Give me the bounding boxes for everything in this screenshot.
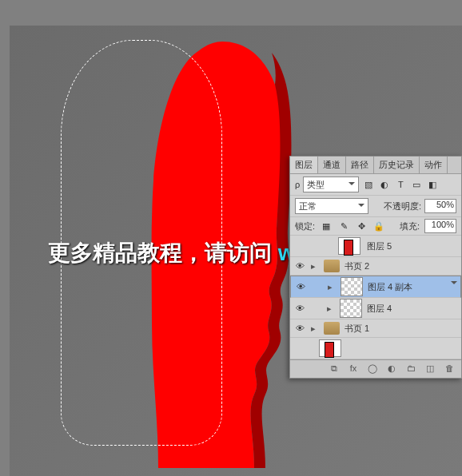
filter-kind-icon: ρ xyxy=(295,180,300,189)
blend-mode-select[interactable]: 正常 xyxy=(295,198,368,214)
expand-arrow-icon[interactable]: ▸ xyxy=(311,323,319,334)
expand-arrow-icon[interactable]: ▸ xyxy=(328,282,336,292)
layers-panel: 图层 通道 路径 历史记录 动作 ρ 类型 ▧ ◐ T ▭ ◧ 正常 不透明度:… xyxy=(289,156,462,379)
expand-arrow-icon[interactable]: ▸ xyxy=(327,303,335,314)
lock-brush-icon[interactable]: ✎ xyxy=(337,220,350,232)
watermark-cn: 更多精品教程，请访问 xyxy=(48,240,278,265)
layers-list: 图层 5 👁 ▸ 书页 2 👁 ▸ 图层 4 副本 👁 ▸ 图层 4 xyxy=(290,236,461,359)
layer-thumbnail xyxy=(341,277,363,296)
layer-row[interactable]: 👁 ▸ 图层 4 xyxy=(290,298,461,319)
filter-shape-icon[interactable]: ▭ xyxy=(410,178,423,191)
layer-fx-icon[interactable]: fx xyxy=(348,363,359,375)
blend-row: 正常 不透明度: 50% xyxy=(290,196,461,217)
filter-smart-icon[interactable]: ◧ xyxy=(426,178,439,191)
visibility-icon[interactable]: 👁 xyxy=(293,303,306,313)
layer-thumbnail xyxy=(319,339,341,357)
layer-thumbnail xyxy=(340,299,362,318)
group-name[interactable]: 书页 1 xyxy=(345,323,458,335)
folder-icon xyxy=(324,260,340,272)
folder-icon xyxy=(324,322,340,335)
delete-layer-icon[interactable]: 🗑 xyxy=(444,363,455,375)
new-layer-icon[interactable]: ◫ xyxy=(424,363,436,375)
visibility-icon[interactable]: 👁 xyxy=(293,323,306,333)
tab-layers[interactable]: 图层 xyxy=(290,157,318,173)
filter-adjust-icon[interactable]: ◐ xyxy=(378,178,391,191)
lock-all-icon[interactable]: 🔒 xyxy=(372,220,385,232)
adjustment-layer-icon[interactable]: ◐ xyxy=(386,363,397,375)
lock-row: 锁定: ▦ ✎ ✥ 🔒 填充: 100% xyxy=(290,217,461,236)
tab-actions[interactable]: 动作 xyxy=(420,157,448,173)
add-mask-icon[interactable]: ◯ xyxy=(367,363,378,375)
tab-history[interactable]: 历史记录 xyxy=(374,157,420,173)
layer-row-partial[interactable] xyxy=(290,338,461,359)
filter-pixel-icon[interactable]: ▧ xyxy=(362,178,375,191)
document-canvas[interactable]: 更多精品教程，请访问 www.240PS.com 图层 通道 路径 历史记录 动… xyxy=(0,0,462,476)
layer-thumbnail xyxy=(338,237,360,255)
filter-type-icon[interactable]: T xyxy=(394,178,407,191)
new-group-icon[interactable]: 🗀 xyxy=(405,363,416,375)
fill-label: 填充: xyxy=(400,220,420,232)
group-row[interactable]: 👁 ▸ 书页 2 xyxy=(290,257,461,276)
layer-row-partial[interactable]: 图层 5 xyxy=(290,236,461,257)
opacity-input[interactable]: 50% xyxy=(424,199,456,213)
layer-name[interactable]: 图层 5 xyxy=(367,240,461,252)
lock-transparent-icon[interactable]: ▦ xyxy=(320,220,333,232)
group-name[interactable]: 书页 2 xyxy=(345,260,458,272)
filter-type-select[interactable]: 类型 xyxy=(303,177,359,192)
tab-paths[interactable]: 路径 xyxy=(346,157,374,173)
layer-name[interactable]: 图层 4 xyxy=(367,303,458,315)
lock-label: 锁定: xyxy=(295,220,315,232)
visibility-icon[interactable]: 👁 xyxy=(294,282,307,292)
group-row[interactable]: 👁 ▸ 书页 1 xyxy=(290,319,461,338)
filter-row: ρ 类型 ▧ ◐ T ▭ ◧ xyxy=(290,174,461,196)
layer-name[interactable]: 图层 4 副本 xyxy=(368,281,457,293)
layer-row-selected[interactable]: 👁 ▸ 图层 4 副本 xyxy=(290,276,461,298)
panel-bottom-toolbar: ⧉ fx ◯ ◐ 🗀 ◫ 🗑 xyxy=(290,359,461,378)
lock-position-icon[interactable]: ✥ xyxy=(355,220,368,232)
fill-input[interactable]: 100% xyxy=(424,219,456,233)
visibility-icon[interactable]: 👁 xyxy=(293,261,306,271)
panel-tabs: 图层 通道 路径 历史记录 动作 xyxy=(290,157,461,174)
tab-channels[interactable]: 通道 xyxy=(318,157,346,173)
expand-arrow-icon[interactable]: ▸ xyxy=(311,261,319,272)
opacity-label: 不透明度: xyxy=(384,200,421,212)
link-layers-icon[interactable]: ⧉ xyxy=(329,363,340,375)
